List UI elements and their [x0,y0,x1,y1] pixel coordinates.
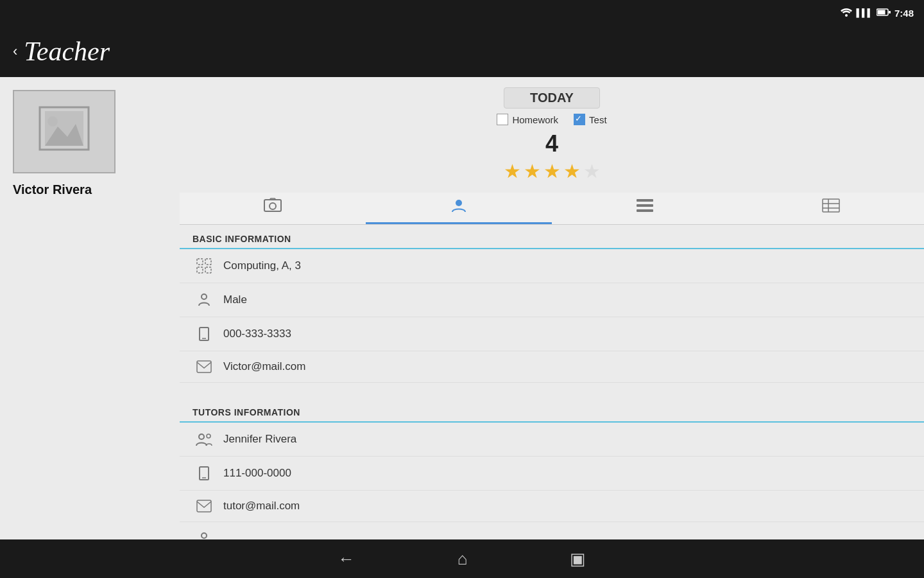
student-name: Victor Rivera [13,182,92,197]
wifi-icon [841,8,852,19]
tutor-phone-text: 111-000-0000 [223,467,291,480]
svg-rect-24 [197,361,211,372]
tab-photo[interactable] [180,193,366,224]
grid-icon [193,258,216,274]
svg-rect-20 [197,267,203,273]
stars-row: ★ ★ ★ ★ ★ [504,160,601,182]
test-label: Test [589,114,607,125]
tutor-phone-icon [193,466,216,481]
photo-placeholder-icon [38,106,90,158]
student-photo [13,90,116,173]
tutor-name-row: Jennifer Rivera [180,423,924,457]
tutor-email-row: tutor@mail.com [180,491,924,522]
grades-tab-icon [822,198,840,216]
left-panel: Victor Rivera [0,77,180,539]
tutor-extra-icon [193,531,216,539]
app-header: ‹ Teacher [0,26,924,77]
score-display: 4 [545,130,558,157]
svg-point-29 [201,533,207,538]
svg-rect-18 [197,259,203,265]
svg-point-25 [199,434,204,439]
star-1: ★ [504,160,521,182]
app-title: Teacher [24,36,110,67]
signal-icon: ▌▌▌ [856,8,873,17]
svg-point-26 [207,434,210,438]
star-2: ★ [524,160,541,182]
svg-rect-11 [637,199,653,202]
svg-point-7 [47,116,58,127]
recent-nav-button[interactable]: ▣ [570,549,586,569]
phone-row: 000-333-3333 [180,317,924,351]
people-icon [193,432,216,447]
tab-profile[interactable] [366,193,552,224]
list-tab-icon [636,198,654,216]
bottom-nav: ← ⌂ ▣ [0,539,924,578]
test-checkbox-box[interactable] [574,114,585,125]
basic-info-section: BASIC INFORMATION Computing, A, 3 [180,225,924,383]
class-text: Computing, A, 3 [223,259,301,272]
tutor-name-text: Jennifer Rivera [223,433,296,446]
phone-icon [193,326,216,342]
email-icon [193,360,216,373]
svg-point-9 [270,203,276,209]
tutor-phone-row: 111-000-0000 [180,457,924,491]
tutor-extra-row [180,522,924,539]
svg-point-10 [456,200,462,206]
class-row: Computing, A, 3 [180,249,924,283]
svg-rect-2 [877,10,885,14]
today-checkboxes: Homework Test [497,114,606,125]
star-5: ★ [583,160,601,182]
battery-icon [877,8,891,18]
phone-text: 000-333-3333 [223,328,291,340]
back-nav-button[interactable]: ← [338,549,355,569]
person-icon [193,292,216,308]
today-label: TODAY [504,87,600,109]
homework-label: Homework [512,114,558,125]
tutor-email-text: tutor@mail.com [223,500,300,512]
tab-bar [180,193,924,225]
svg-rect-19 [205,259,211,265]
right-panel: TODAY Homework Test 4 ★ ★ ★ ★ ★ [180,77,924,539]
svg-rect-3 [889,11,891,13]
svg-rect-13 [637,209,653,212]
gender-row: Male [180,283,924,317]
homework-checkbox-box[interactable] [497,114,508,125]
tutor-email-icon [193,500,216,512]
tutors-info-section: TUTORS INFORMATION Jennifer Rivera [180,398,924,539]
star-4: ★ [563,160,581,182]
svg-rect-14 [823,199,839,212]
basic-info-header: BASIC INFORMATION [180,225,924,249]
home-nav-button[interactable]: ⌂ [458,549,468,569]
tutors-info-header: TUTORS INFORMATION [180,398,924,423]
homework-checkbox[interactable]: Homework [497,114,558,125]
svg-rect-12 [637,204,653,207]
email-text: Victor@mail.com [223,360,305,373]
star-3: ★ [543,160,561,182]
tab-grades[interactable] [738,193,924,224]
tab-list[interactable] [552,193,738,224]
content-area: BASIC INFORMATION Computing, A, 3 [180,225,924,539]
svg-rect-21 [205,267,211,273]
time-display: 7:48 [894,8,914,19]
main-content: Victor Rivera TODAY Homework Test 4 ★ ★ … [0,77,924,539]
status-bar: ▌▌▌ 7:48 [0,0,924,26]
svg-point-0 [845,14,848,17]
svg-point-22 [201,294,207,299]
back-button[interactable]: ‹ [13,43,17,60]
profile-tab-icon [450,197,467,218]
svg-rect-28 [197,500,211,512]
email-row: Victor@mail.com [180,351,924,383]
test-checkbox[interactable]: Test [574,114,607,125]
today-section: TODAY Homework Test 4 ★ ★ ★ ★ ★ [180,77,924,193]
gender-text: Male [223,293,247,306]
photo-tab-icon [264,198,282,217]
